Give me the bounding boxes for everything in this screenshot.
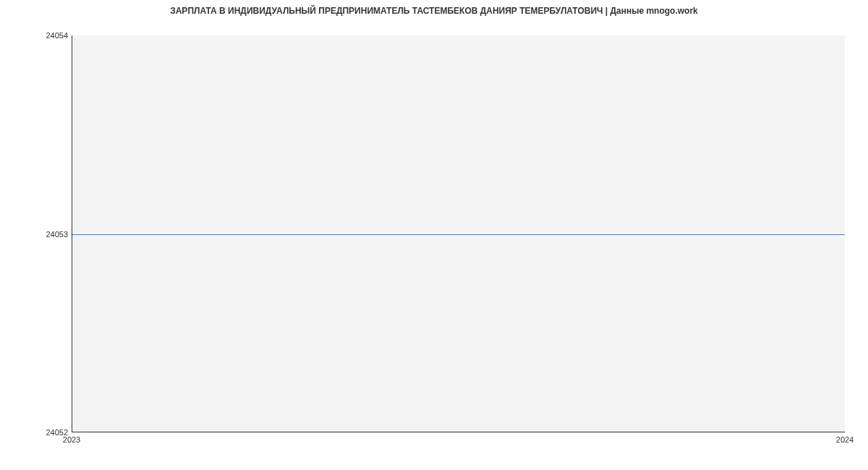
y-tick-24054: 24054 <box>46 31 68 40</box>
y-tick-24053: 24053 <box>46 230 68 239</box>
x-tick-2023: 2023 <box>63 435 80 444</box>
chart-title: ЗАРПЛАТА В ИНДИВИДУАЛЬНЫЙ ПРЕДПРИНИМАТЕЛ… <box>0 6 868 16</box>
data-line <box>72 234 845 235</box>
chart-container: ЗАРПЛАТА В ИНДИВИДУАЛЬНЫЙ ПРЕДПРИНИМАТЕЛ… <box>0 0 868 470</box>
plot-area <box>72 35 845 432</box>
x-tick-2024: 2024 <box>836 435 854 444</box>
